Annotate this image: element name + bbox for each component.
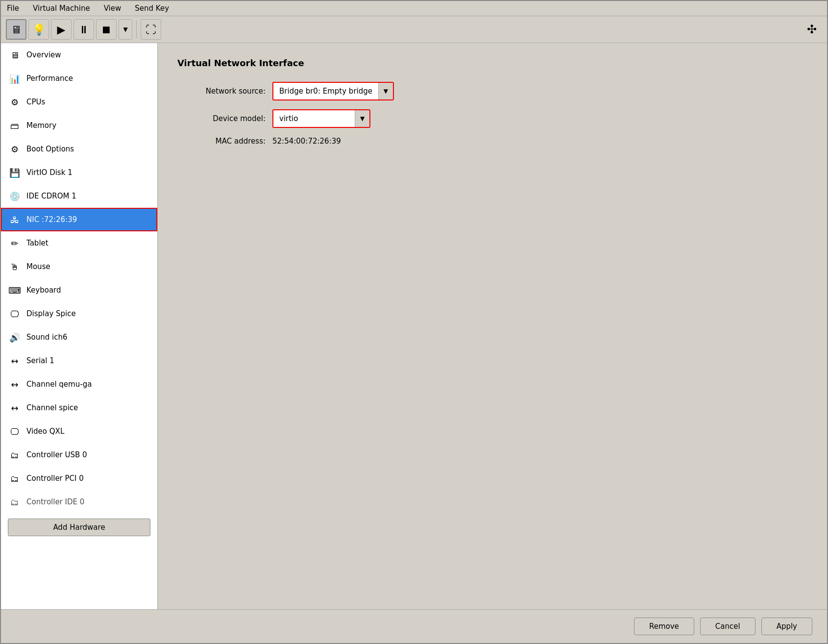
sidebar-label-ctrl-pci0: Controller PCI 0 xyxy=(26,474,84,483)
sidebar-label-tablet: Tablet xyxy=(26,239,49,248)
sidebar-label-nic: NIC :72:26:39 xyxy=(26,215,77,224)
toolbar-dropdown-btn[interactable]: ▼ xyxy=(119,19,132,40)
sidebar-item-boot-options[interactable]: Boot Options xyxy=(1,137,157,161)
sidebar-item-ctrl-usb0[interactable]: Controller USB 0 xyxy=(1,443,157,467)
move-icon-btn[interactable]: ✣ xyxy=(802,19,822,40)
remove-button[interactable]: Remove xyxy=(634,618,694,635)
sidebar-item-sound-ich6[interactable]: Sound ich6 xyxy=(1,325,157,349)
device-model-control: virtio ▼ xyxy=(272,109,370,128)
sidebar-item-overview[interactable]: Overview xyxy=(1,43,157,67)
performance-icon xyxy=(8,72,22,85)
sidebar-item-cpus[interactable]: CPUs xyxy=(1,90,157,114)
sidebar-item-tablet[interactable]: Tablet xyxy=(1,231,157,255)
device-model-label: Device model: xyxy=(177,114,266,123)
display-icon xyxy=(8,307,22,321)
cdrom-icon xyxy=(8,189,22,203)
add-hardware-button[interactable]: Add Hardware xyxy=(8,519,150,536)
sidebar-item-nic[interactable]: 🖧 NIC :72:26:39 xyxy=(1,208,157,231)
serial-icon xyxy=(8,354,22,368)
main-content: Overview Performance CPUs Memory Boot Op… xyxy=(1,43,827,609)
dropdown-arrow-icon: ▼ xyxy=(123,26,127,33)
sidebar-label-sound-ich6: Sound ich6 xyxy=(26,333,67,342)
menu-virtual-machine[interactable]: Virtual Machine xyxy=(31,3,92,14)
sidebar-item-performance[interactable]: Performance xyxy=(1,67,157,90)
sidebar-item-mouse[interactable]: Mouse xyxy=(1,255,157,278)
memory-icon xyxy=(8,119,22,132)
monitor-btn[interactable]: 🖥 xyxy=(6,19,26,40)
play-btn[interactable]: ▶ xyxy=(51,19,72,40)
device-model-arrow[interactable]: ▼ xyxy=(355,110,369,127)
sidebar-label-display-spice: Display Spice xyxy=(26,309,76,318)
pause-btn[interactable]: ⏸ xyxy=(73,19,94,40)
sidebar-item-ctrl-ide0[interactable]: Controller IDE 0 xyxy=(1,490,157,514)
sidebar-label-cpus: CPUs xyxy=(26,98,45,106)
sidebar-label-keyboard: Keyboard xyxy=(26,286,61,295)
device-model-dropdown[interactable]: virtio ▼ xyxy=(272,109,370,128)
sidebar-label-ctrl-ide0: Controller IDE 0 xyxy=(26,497,84,506)
sidebar-item-ide-cdrom[interactable]: IDE CDROM 1 xyxy=(1,184,157,208)
sidebar-item-video-qxl[interactable]: Video QXL xyxy=(1,420,157,443)
fullscreen-btn[interactable]: ⛶ xyxy=(141,19,161,40)
sidebar-item-channel-spice[interactable]: Channel spice xyxy=(1,396,157,420)
bulb-icon: 💡 xyxy=(32,24,46,36)
menubar: File Virtual Machine View Send Key xyxy=(1,1,827,16)
sidebar-label-memory: Memory xyxy=(26,121,56,130)
arrow-icon: ▼ xyxy=(384,88,388,95)
apply-button[interactable]: Apply xyxy=(761,618,812,635)
cpu-icon xyxy=(8,95,22,109)
device-model-value: virtio xyxy=(273,111,355,126)
monitor-icon: 🖥 xyxy=(11,24,22,36)
mouse-icon xyxy=(8,260,22,273)
sidebar-item-ctrl-pci0[interactable]: Controller PCI 0 xyxy=(1,467,157,490)
panel-title: Virtual Network Interface xyxy=(177,58,807,68)
network-source-control: Bridge br0: Empty bridge ▼ xyxy=(272,82,394,100)
toolbar-right: ✣ xyxy=(802,19,822,40)
cancel-button[interactable]: Cancel xyxy=(700,618,755,635)
ctrl-pci-icon xyxy=(8,471,22,485)
stop-btn[interactable]: ⏹ xyxy=(96,19,117,40)
network-source-arrow[interactable]: ▼ xyxy=(378,83,393,99)
sidebar-item-serial1[interactable]: Serial 1 xyxy=(1,349,157,372)
menu-send-key[interactable]: Send Key xyxy=(133,3,171,14)
sidebar: Overview Performance CPUs Memory Boot Op… xyxy=(1,43,158,609)
overview-icon xyxy=(8,48,22,62)
device-model-row: Device model: virtio ▼ xyxy=(177,109,807,128)
bulb-btn[interactable]: 💡 xyxy=(28,19,49,40)
sidebar-item-virtio-disk[interactable]: VirtIO Disk 1 xyxy=(1,161,157,184)
sidebar-item-display-spice[interactable]: Display Spice xyxy=(1,302,157,325)
sidebar-item-channel-qemu-ga[interactable]: Channel qemu-ga xyxy=(1,372,157,396)
sidebar-item-keyboard[interactable]: Keyboard xyxy=(1,278,157,302)
sidebar-label-overview: Overview xyxy=(26,50,61,59)
network-source-dropdown[interactable]: Bridge br0: Empty bridge ▼ xyxy=(272,82,394,100)
toolbar: 🖥 💡 ▶ ⏸ ⏹ ▼ ⛶ ✣ xyxy=(1,16,827,43)
toolbar-separator xyxy=(136,21,137,38)
pause-icon: ⏸ xyxy=(78,24,89,36)
network-source-value: Bridge br0: Empty bridge xyxy=(273,84,378,99)
sound-icon xyxy=(8,330,22,344)
video-icon xyxy=(8,424,22,438)
sidebar-label-virtio-disk: VirtIO Disk 1 xyxy=(26,168,73,177)
boot-icon xyxy=(8,142,22,156)
main-window: File Virtual Machine View Send Key 🖥 💡 ▶… xyxy=(0,0,828,644)
network-source-label: Network source: xyxy=(177,87,266,96)
menu-view[interactable]: View xyxy=(102,3,123,14)
channel-qemu-icon xyxy=(8,377,22,391)
ctrl-usb-icon xyxy=(8,448,22,462)
network-source-row: Network source: Bridge br0: Empty bridge… xyxy=(177,82,807,100)
play-icon: ▶ xyxy=(57,24,66,36)
ctrl-ide-icon xyxy=(8,495,22,509)
move-icon: ✣ xyxy=(807,23,817,36)
nic-icon: 🖧 xyxy=(8,213,22,226)
sidebar-item-memory[interactable]: Memory xyxy=(1,114,157,137)
channel-spice-icon xyxy=(8,401,22,415)
menu-file[interactable]: File xyxy=(5,3,21,14)
device-arrow-icon: ▼ xyxy=(360,115,365,122)
mac-address-label: MAC address: xyxy=(177,137,266,146)
fullscreen-icon: ⛶ xyxy=(146,24,156,36)
sidebar-label-boot-options: Boot Options xyxy=(26,145,74,153)
disk-icon xyxy=(8,166,22,179)
sidebar-label-channel-qemu-ga: Channel qemu-ga xyxy=(26,380,92,389)
sidebar-label-serial1: Serial 1 xyxy=(26,356,54,365)
tablet-icon xyxy=(8,236,22,250)
sidebar-label-ctrl-usb0: Controller USB 0 xyxy=(26,450,87,459)
